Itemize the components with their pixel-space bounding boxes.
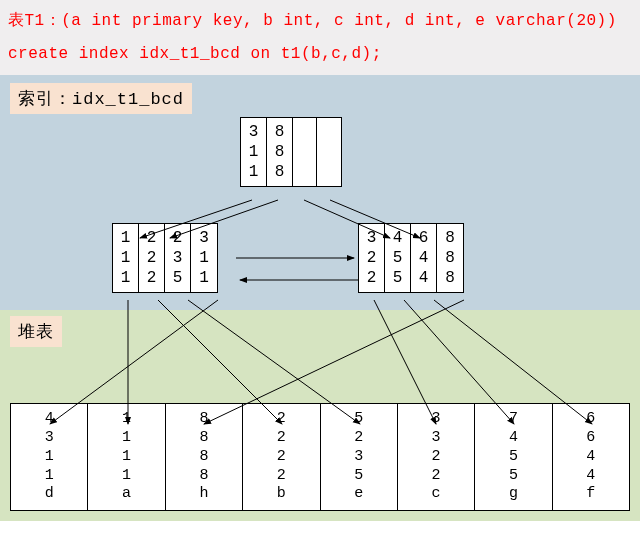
leaf-right-key-2: 6 4 4: [411, 224, 437, 292]
heap-section-label: 堆表: [10, 316, 62, 347]
root-empty-2: [293, 118, 317, 186]
leaf-right-key-0: 3 2 2: [359, 224, 385, 292]
create-index-statement: create index idx_t1_bcd on t1(b,c,d);: [8, 45, 632, 63]
btree-root-node: 3 1 1 8 8 8: [240, 117, 342, 187]
heap-section: 堆表 4 3 1 1 d 1 1 1 1 a 8 8 8 8 h 2 2 2 2…: [0, 310, 640, 521]
heap-cell-2: 8 8 8 8 h: [166, 404, 243, 510]
heap-cell-4: 5 2 3 5 e: [321, 404, 398, 510]
heap-cell-5: 3 3 2 2 c: [398, 404, 475, 510]
root-empty-3: [317, 118, 341, 186]
leaf-right-key-3: 8 8 8: [437, 224, 463, 292]
leaf-left-key-1: 2 2 2: [139, 224, 165, 292]
index-section: 索引：idx_t1_bcd 3 1 1 8 8 8 1 1 1 2 2 2 2 …: [0, 75, 640, 310]
heap-cell-6: 7 4 5 5 g: [475, 404, 552, 510]
leaf-left-key-3: 3 1 1: [191, 224, 217, 292]
leaf-right-key-1: 4 5 5: [385, 224, 411, 292]
heap-table-row: 4 3 1 1 d 1 1 1 1 a 8 8 8 8 h 2 2 2 2 b …: [10, 403, 630, 511]
leaf-left-key-2: 2 3 5: [165, 224, 191, 292]
root-key-0: 3 1 1: [241, 118, 267, 186]
table-schema: 表T1：(a int primary key, b int, c int, d …: [8, 10, 632, 31]
sql-header: 表T1：(a int primary key, b int, c int, d …: [0, 0, 640, 75]
heap-cell-1: 1 1 1 1 a: [88, 404, 165, 510]
btree-leaf-left: 1 1 1 2 2 2 2 3 5 3 1 1: [112, 223, 218, 293]
root-key-1: 8 8 8: [267, 118, 293, 186]
heap-cell-0: 4 3 1 1 d: [11, 404, 88, 510]
btree-leaf-right: 3 2 2 4 5 5 6 4 4 8 8 8: [358, 223, 464, 293]
heap-cell-3: 2 2 2 2 b: [243, 404, 320, 510]
heap-cell-7: 6 6 4 4 f: [553, 404, 629, 510]
index-section-label: 索引：idx_t1_bcd: [10, 83, 192, 114]
leaf-left-key-0: 1 1 1: [113, 224, 139, 292]
